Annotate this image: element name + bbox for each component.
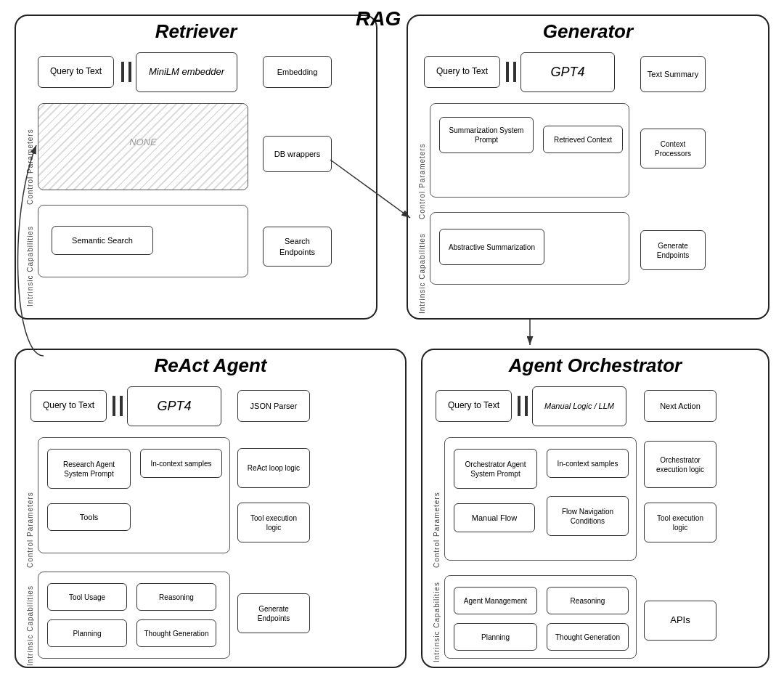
retriever-none: NONE: [129, 137, 157, 147]
orch-manual-flow: Manual Flow: [454, 503, 535, 532]
generator-intrinsic-label: Intrinsic Capabilities: [418, 212, 426, 314]
react-title: ReAct Agent: [16, 350, 405, 377]
generator-summ-prompt: Summarization System Prompt: [439, 117, 534, 153]
orch-control-params-section: Orchestrator Agent System Prompt In-cont…: [444, 437, 637, 561]
orch-connector: [515, 395, 530, 417]
panel-react: ReAct Agent Query to Text GPT4 JSON Pars…: [15, 349, 407, 668]
orchestrator-title: Agent Orchestrator: [422, 350, 768, 377]
orch-orchestrator-prompt: Orchestrator Agent System Prompt: [454, 449, 537, 489]
retriever-embedding: Embedding: [263, 56, 332, 88]
retriever-control-params-section: NONE: [38, 103, 248, 190]
generator-context-processors: Context Processors: [640, 129, 706, 168]
retriever-db-wrappers: DB wrappers: [263, 136, 332, 172]
react-research-prompt: Research Agent System Prompt: [47, 449, 131, 489]
retriever-query-to-text: Query to Text: [38, 56, 114, 88]
generator-text-summary: Text Summary: [640, 56, 706, 92]
generator-control-params-section: Summarization System Prompt Retrieved Co…: [430, 103, 629, 198]
orch-intrinsic-label: Intrinsic Capabilities: [433, 575, 441, 662]
react-tools: Tools: [47, 503, 131, 531]
diagram-container: { "rag_label": "RAG", "panels": { "retri…: [0, 0, 784, 687]
retriever-embedder: MiniLM embedder: [136, 52, 237, 92]
retriever-semantic-search: Semantic Search: [52, 226, 153, 255]
orch-tool-execution: Tool execution logic: [644, 503, 716, 542]
react-query-to-text: Query to Text: [30, 390, 107, 422]
orch-next-action: Next Action: [644, 390, 716, 422]
retriever-intrinsic-section: Semantic Search: [38, 205, 248, 277]
orch-reasoning: Reasoning: [547, 587, 629, 614]
react-control-params-label: Control Parameters: [26, 437, 34, 568]
orch-intrinsic-section: Agent Management Reasoning Planning Thou…: [444, 575, 637, 659]
orch-in-context: In-context samples: [547, 449, 629, 478]
orch-query-to-text: Query to Text: [436, 390, 512, 422]
generator-generate-endpoints: Generate Endpoints: [640, 230, 706, 270]
panel-generator: Generator Query to Text GPT4 Text Summar…: [407, 15, 769, 320]
orch-agent-management: Agent Management: [454, 587, 537, 614]
react-generate-endpoints: Generate Endpoints: [237, 593, 310, 633]
generator-intrinsic-section: Abstractive Summarization: [430, 212, 629, 285]
react-reasoning: Reasoning: [136, 583, 216, 611]
orch-control-params-label: Control Parameters: [433, 437, 441, 568]
panel-retriever: Retriever Query to Text MiniLM embedder …: [15, 15, 377, 320]
orch-planning: Planning: [454, 623, 537, 651]
rag-label: RAG: [356, 7, 401, 31]
retriever-connector: [119, 61, 134, 83]
orch-flow-nav: Flow Navigation Conditions: [547, 496, 629, 536]
generator-control-params-label: Control Parameters: [418, 103, 426, 219]
orch-apis: APIs: [644, 601, 716, 641]
react-tool-execution: Tool execution logic: [237, 503, 310, 542]
react-thought-generation: Thought Generation: [136, 619, 216, 647]
retriever-title: Retriever: [16, 16, 376, 43]
react-connector: [110, 395, 125, 417]
react-loop-logic: ReAct loop logic: [237, 448, 310, 488]
generator-title: Generator: [408, 16, 768, 43]
retriever-intrinsic-label: Intrinsic Capabilities: [26, 205, 34, 306]
generator-gpt4: GPT4: [520, 52, 615, 92]
generator-retrieved-context: Retrieved Context: [543, 126, 623, 153]
react-control-params-section: Research Agent System Prompt In-context …: [38, 437, 230, 553]
react-planning: Planning: [47, 619, 127, 647]
retriever-control-params-label: Control Parameters: [26, 103, 34, 205]
react-intrinsic-section: Tool Usage Reasoning Planning Thought Ge…: [38, 572, 230, 659]
orch-exec-logic: Orchestrator execution logic: [644, 441, 716, 488]
orch-manual-logic-llm: Manual Logic / LLM: [532, 386, 626, 426]
react-tool-usage: Tool Usage: [47, 583, 127, 611]
panel-orchestrator: Agent Orchestrator Query to Text Manual …: [421, 349, 769, 668]
generator-connector: [504, 61, 518, 83]
generator-query-to-text: Query to Text: [424, 56, 500, 88]
retriever-search-endpoints: Search Endpoints: [263, 227, 332, 267]
orch-thought-generation: Thought Generation: [547, 623, 629, 651]
generator-abstractive-summ: Abstractive Summarization: [439, 229, 544, 265]
react-gpt4: GPT4: [127, 386, 221, 426]
react-intrinsic-label: Intrinsic Capabilities: [26, 572, 34, 666]
react-json-parser: JSON Parser: [237, 390, 310, 422]
react-in-context: In-context samples: [140, 449, 222, 478]
